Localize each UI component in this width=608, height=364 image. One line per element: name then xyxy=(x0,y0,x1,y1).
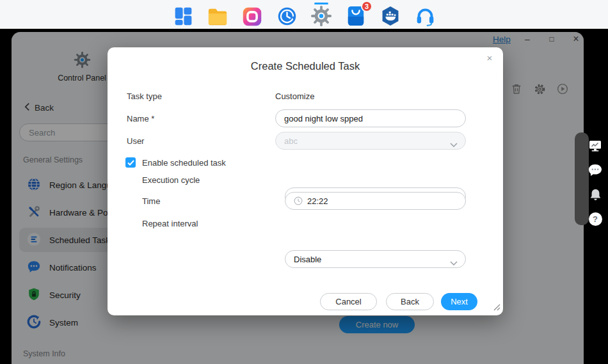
dock-app-center[interactable]: 3 xyxy=(345,1,367,27)
dialog-title: Create Scheduled Task xyxy=(108,60,503,72)
messages-icon[interactable] xyxy=(588,162,603,178)
dock-control-panel[interactable] xyxy=(310,1,332,27)
user-select[interactable]: abc xyxy=(275,132,466,150)
dock-widgets[interactable] xyxy=(172,1,194,27)
enable-scheduled-task-checkbox[interactable] xyxy=(125,157,136,168)
multimedia-icon xyxy=(242,6,262,27)
notifications-bell-icon[interactable] xyxy=(588,187,603,202)
dock-support[interactable] xyxy=(414,1,436,27)
dock-file-manager[interactable] xyxy=(207,1,228,27)
question-glyph: ? xyxy=(593,214,598,224)
help-question-icon[interactable]: ? xyxy=(588,211,603,226)
screen: 3 Help – □ × Control Panel Back General … xyxy=(0,0,608,364)
chevron-down-icon xyxy=(450,139,458,149)
time-input[interactable]: 22:22 xyxy=(285,192,466,210)
task-type-label: Task type xyxy=(127,91,162,101)
user-select-value: abc xyxy=(284,136,298,146)
folder-icon xyxy=(207,6,228,27)
check-icon xyxy=(127,157,134,168)
clock-icon xyxy=(276,6,298,27)
headset-icon xyxy=(415,6,436,27)
repeat-interval-select[interactable]: Disable xyxy=(285,250,466,268)
notification-badge: 3 xyxy=(361,1,372,12)
next-button[interactable]: Next xyxy=(441,293,477,310)
time-label: Time xyxy=(142,196,160,206)
create-scheduled-task-dialog: × Create Scheduled Task Task type Custom… xyxy=(108,47,503,315)
repeat-interval-label: Repeat interval xyxy=(142,219,198,228)
dock-docker[interactable] xyxy=(380,1,401,27)
dock-backup[interactable] xyxy=(276,1,298,27)
repeat-interval-value: Disable xyxy=(294,255,321,264)
side-panel: ? xyxy=(586,138,605,226)
name-input[interactable] xyxy=(275,109,466,127)
gear-icon xyxy=(310,5,332,27)
cancel-button[interactable]: Cancel xyxy=(320,293,377,310)
chevron-down-icon xyxy=(450,258,458,267)
desktop-dock-bar: 3 xyxy=(0,0,608,29)
back-button-dialog[interactable]: Back xyxy=(386,293,434,310)
user-label: User xyxy=(127,136,144,146)
resize-handle[interactable] xyxy=(491,301,500,313)
execution-cycle-label: Execution cycle xyxy=(142,175,200,185)
dock-multimedia[interactable] xyxy=(241,1,263,27)
clock-small-icon xyxy=(294,196,303,205)
task-type-value: Customize xyxy=(275,91,314,101)
active-app-indicator xyxy=(314,3,328,4)
time-value: 22:22 xyxy=(307,196,328,206)
widgets-icon xyxy=(173,6,194,27)
app-dock: 3 xyxy=(172,0,436,29)
enable-scheduled-task-label: Enable scheduled task xyxy=(142,158,226,168)
docker-hexagon-icon xyxy=(380,5,401,27)
name-label: Name * xyxy=(127,114,154,123)
remote-monitor-icon[interactable] xyxy=(588,138,603,154)
